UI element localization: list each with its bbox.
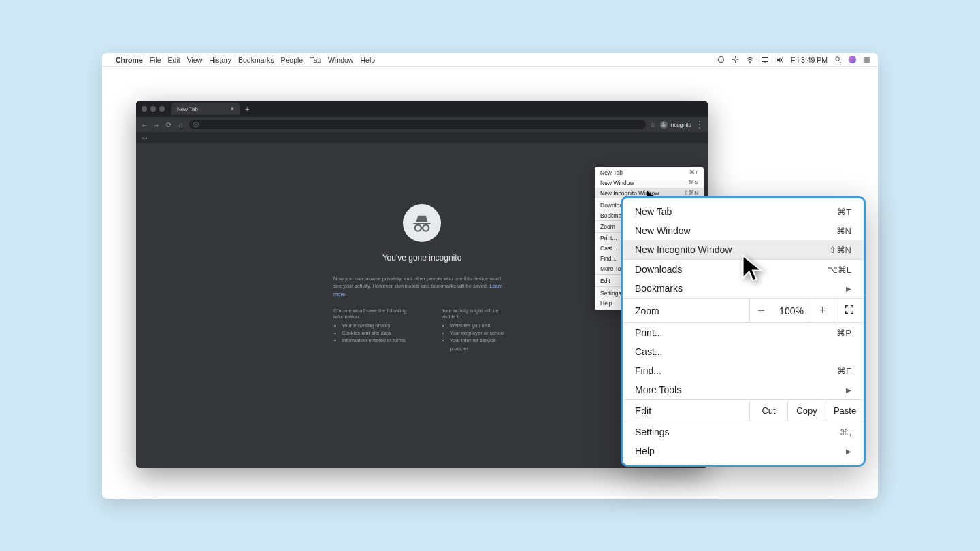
home-button[interactable]: ⌂ [177, 121, 185, 129]
menu-new-tab[interactable]: New Tab⌘T [595, 167, 704, 178]
display-icon[interactable] [761, 56, 769, 64]
user-avatar[interactable] [849, 56, 856, 63]
menu-more-tools[interactable]: More Tools▶ [623, 380, 864, 399]
incognito-badge[interactable]: Incognito [660, 121, 691, 129]
list-item: Information entered in forms [342, 337, 421, 344]
menu-people[interactable]: People [280, 56, 303, 64]
menu-bookmarks[interactable]: Bookmarks▶ [623, 279, 864, 298]
browser-tab[interactable]: New Tab × [172, 103, 240, 115]
reload-button[interactable]: ⟳ [165, 121, 173, 129]
chrome-menu-button[interactable]: ⋮ [696, 120, 704, 129]
zoom-value: 100% [772, 305, 811, 316]
forward-button[interactable]: → [152, 121, 161, 129]
incognito-label: Incognito [670, 122, 691, 128]
back-button[interactable]: ← [140, 121, 148, 129]
svg-point-0 [718, 56, 723, 62]
bookmark-star-icon[interactable]: ☆ [650, 121, 656, 129]
menu-settings[interactable]: Settings⌘, [623, 422, 864, 441]
edit-paste[interactable]: Paste [826, 400, 864, 422]
menu-history[interactable]: History [209, 56, 231, 64]
menu-edit-row: Edit Cut Copy Paste [623, 399, 864, 422]
incognito-icon [660, 121, 668, 129]
menu-window[interactable]: Window [328, 56, 353, 64]
clock[interactable]: Fri 3:49 PM [791, 56, 828, 64]
list-item: Websites you visit [450, 322, 510, 329]
traffic-lights[interactable] [142, 106, 165, 112]
list-item: Your browsing history [342, 322, 421, 329]
menu-file[interactable]: File [150, 56, 161, 64]
chrome-menu-zoomed: New Tab⌘T New Window⌘N New Incognito Win… [621, 196, 866, 467]
menu-find[interactable]: Find...⌘F [623, 361, 864, 380]
menu-help[interactable]: Help▶ [623, 441, 864, 461]
incognito-headline: You've gone incognito [382, 253, 462, 263]
browser-toolbar: ← → ⟳ ⌂ ⓘ ☆ Incognito ⋮ [136, 117, 708, 132]
visible-to-header: Your activity might still be visible to: [442, 307, 510, 320]
svg-point-7 [415, 225, 421, 231]
svg-point-1 [734, 59, 736, 61]
volume-icon[interactable] [776, 56, 784, 64]
zoom-out[interactable]: − [749, 299, 772, 322]
address-bar[interactable]: ⓘ [189, 120, 646, 129]
menu-new-incognito[interactable]: New Incognito Window⇧⌘N [623, 240, 864, 259]
menu-cast[interactable]: Cast... [623, 342, 864, 361]
spotlight-icon[interactable] [834, 56, 842, 63]
svg-point-4 [836, 57, 840, 61]
list-item: Your employer or school [450, 329, 510, 337]
macos-menubar: Chrome File Edit View History Bookmarks … [102, 53, 878, 67]
svg-point-2 [749, 62, 750, 63]
menu-new-window[interactable]: New Window⌘N [595, 178, 704, 188]
menu-print[interactable]: Print...⌘P [623, 323, 864, 342]
list-item: Your internet service provider [450, 337, 510, 352]
menu-new-window[interactable]: New Window⌘N [623, 221, 864, 240]
bookmark-folder-icon[interactable]: ▭ [142, 134, 148, 141]
svg-rect-3 [762, 57, 768, 61]
incognito-description: Now you can browse privately, and other … [333, 275, 510, 298]
close-tab-icon[interactable]: × [231, 105, 234, 112]
menu-new-tab[interactable]: New Tab⌘T [623, 202, 864, 221]
status-icon-1[interactable] [717, 56, 725, 63]
menu-downloads[interactable]: Downloads⌥⌘L [623, 260, 864, 279]
menu-edit[interactable]: Edit [168, 56, 180, 64]
not-saved-header: Chrome won't save the following informat… [333, 307, 421, 320]
svg-point-8 [423, 225, 429, 231]
menu-help[interactable]: Help [360, 56, 375, 64]
incognito-details: Chrome won't save the following informat… [333, 307, 510, 352]
incognito-hero-icon [403, 204, 441, 242]
status-icon-2[interactable] [732, 56, 739, 63]
fullscreen-button[interactable] [834, 299, 864, 322]
bookmarks-bar: ▭ [136, 132, 708, 143]
menu-zoom: Zoom − 100% + [623, 298, 864, 323]
menu-view[interactable]: View [187, 56, 203, 64]
list-item: Cookies and site data [342, 329, 421, 337]
edit-copy[interactable]: Copy [787, 400, 826, 422]
svg-point-5 [662, 125, 664, 127]
wifi-icon[interactable] [746, 56, 754, 64]
control-center-icon[interactable] [863, 56, 871, 64]
app-name[interactable]: Chrome [116, 56, 143, 64]
edit-cut[interactable]: Cut [749, 400, 787, 422]
site-info-icon[interactable]: ⓘ [193, 121, 199, 129]
zoom-in[interactable]: + [811, 299, 834, 322]
tab-title: New Tab [177, 106, 198, 112]
new-tab-button[interactable]: + [245, 105, 249, 113]
window-titlebar: New Tab × + [136, 101, 708, 117]
menu-bookmarks[interactable]: Bookmarks [238, 56, 274, 64]
svg-point-6 [664, 125, 665, 127]
menu-tab[interactable]: Tab [310, 56, 321, 64]
